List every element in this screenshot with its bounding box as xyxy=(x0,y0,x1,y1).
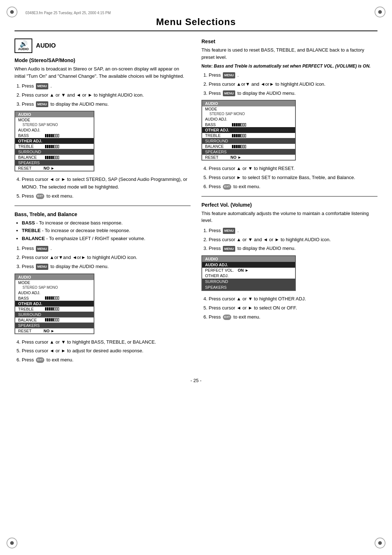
reset-menu-box: AUDIO MODE STEREO SAP MONO AUDIO ADJ. BA… xyxy=(201,100,296,161)
reset-other-adj-item[interactable]: OTHER ADJ. xyxy=(202,127,295,133)
mode-body: When Audio is broadcast in Stereo or SAP… xyxy=(15,65,191,80)
mode-sap-value: STEREO SAP MONO xyxy=(23,123,58,127)
bass-audio-adj-item[interactable]: AUDIO ADJ. xyxy=(15,290,94,296)
bass-step-6: Press EXT to exit menu. xyxy=(22,356,191,364)
bass-sap-row: STEREO SAP MONO xyxy=(15,285,94,290)
bass-treble-label: TREBLE xyxy=(18,307,44,311)
no-arrow-1: NO ► xyxy=(44,166,54,170)
exit-btn-1: EXT xyxy=(36,194,45,199)
bass-other-adj-item[interactable]: OTHER ADJ. xyxy=(15,301,94,307)
audio-adj-item[interactable]: AUDIO ADJ. xyxy=(15,127,94,133)
reset-row: RESET NO ► xyxy=(15,166,94,171)
pv-other-adj-item[interactable]: OTHER ADJ. xyxy=(202,273,295,279)
reset-balance-row: BALANCE xyxy=(202,144,295,149)
mode-steps: Press MENU . Press cursor ▲ or ▼ and ◄ o… xyxy=(22,82,191,108)
menu-btn-pv1: MENU xyxy=(223,228,236,234)
other-adj-item-1[interactable]: OTHER ADJ. xyxy=(15,138,94,144)
audio-main-label: AUDIO xyxy=(36,42,56,49)
reset-surround-item[interactable]: SURROUND xyxy=(202,138,295,144)
mode-heading: Mode (Stereo/SAP/Mono) xyxy=(15,57,191,63)
bass-reset-label: RESET xyxy=(18,329,44,333)
bass-bass-bar xyxy=(45,296,59,300)
balance-bar xyxy=(45,156,59,159)
mode-step-2: Press cursor ▲ or ▼ and ◄ or ► to highli… xyxy=(22,92,191,99)
bass-surround-item[interactable]: SURROUND xyxy=(15,312,94,317)
pv-speakers-item[interactable]: SPEAKERS xyxy=(202,284,295,290)
bass-sap-value: STEREO SAP MONO xyxy=(23,285,58,289)
treble-row: TREBLE xyxy=(15,144,94,149)
pv-surround-item[interactable]: SURROUND xyxy=(202,279,295,284)
reset-balance-bar xyxy=(232,145,246,148)
mode-step-5: Press EXT to exit menu. xyxy=(22,193,191,200)
corner-mark-tr xyxy=(375,7,385,17)
mode-row-label: MODE xyxy=(18,118,44,122)
reset-menu-body: MODE STEREO SAP MONO AUDIO ADJ. BASS xyxy=(202,106,295,160)
pv-perfect-label: PERFECT VOL. xyxy=(205,268,238,272)
pv-step-5: Press cursor ◄ or ► to select ON or OFF. xyxy=(209,304,377,312)
bass-bullets: BASS - To increase or decrease bass resp… xyxy=(22,219,191,242)
bass-no-arrow: NO ► xyxy=(44,329,54,333)
reset-menu-title: AUDIO xyxy=(202,101,295,106)
bass-bullet-3: BALANCE - To emphasize LEFT / RIGHT spea… xyxy=(22,235,191,242)
reset-mode-row: MODE xyxy=(202,106,295,112)
audio-header: 🔊 AUDIO AUDIO xyxy=(15,39,191,53)
bass-balance-label: BALANCE xyxy=(18,318,44,322)
reset-step-2: Press cursor ▲or▼ and ◄or► to highlight … xyxy=(209,81,377,88)
reset-speakers-item[interactable]: SPEAKERS xyxy=(202,149,295,155)
bass-treble-row: TREBLE xyxy=(15,307,94,312)
bass-step-4: Press cursor ▲ or ▼ to highlight BASS, T… xyxy=(22,339,191,346)
bass-bullet-2: TREBLE - To increase or decrease treble … xyxy=(22,227,191,234)
divider-1 xyxy=(15,206,191,206)
perfect-vol-body: This feature automatically adjusts the v… xyxy=(201,210,377,224)
bass-heading: Bass, Treble, and Balance xyxy=(15,211,191,217)
bass-step-5: Press cursor ◄ or ► to adjust for desire… xyxy=(22,347,191,355)
page-container: 0348E3.fm Page 25 Tuesday, April 25, 200… xyxy=(0,0,392,555)
perfect-vol-heading: Perfect Vol. (Volume) xyxy=(201,202,377,208)
reset-step-6: Press EXT to exit menu. xyxy=(209,183,377,191)
reset-step-1: Press MENU . xyxy=(209,72,377,79)
menu-btn-b1: MENU xyxy=(36,246,49,252)
perfect-vol-steps: Press MENU . Press cursor ▲ or ▼ and ◄ o… xyxy=(209,227,377,252)
pv-audio-adj-item[interactable]: AUDIO ADJ. xyxy=(202,262,295,268)
corner-mark-bl xyxy=(7,538,17,548)
pv-step-6: Press EXT to exit menu. xyxy=(209,313,377,321)
bass-menu-box: AUDIO MODE STEREO SAP MONO AUDIO ADJ. BA… xyxy=(15,274,94,334)
bass-treble-bar xyxy=(45,307,59,311)
bass-step-1: Press MENU . xyxy=(22,245,191,252)
reset-step-3: Press MENU to display the AUDIO menu. xyxy=(209,90,377,97)
mode-step-3: Press MENU to display the AUDIO menu. xyxy=(22,101,191,108)
reset-step-4: Press cursor ▲ or ▼ to highlight RESET. xyxy=(209,165,377,173)
menu-btn-r1: MENU xyxy=(223,72,236,78)
speakers-item-1[interactable]: SPEAKERS xyxy=(15,160,94,166)
bass-mode-row: MODE xyxy=(15,280,94,285)
two-col-layout: 🔊 AUDIO AUDIO Mode (Stereo/SAP/Mono) Whe… xyxy=(15,39,377,367)
bass-bass-label: BASS xyxy=(18,296,44,300)
reset-bass-row: BASS xyxy=(202,122,295,127)
bass-bar xyxy=(45,134,59,137)
mode-step-4: Press cursor ◄ or ► to select STEREO, SA… xyxy=(22,176,191,191)
mode-menu-body: MODE STEREO SAP MONO AUDIO ADJ. BASS xyxy=(15,117,94,171)
reset-reset-label: RESET xyxy=(205,155,230,159)
file-info: 0348E3.fm Page 25 Tuesday, April 25, 200… xyxy=(25,11,377,15)
reset-audio-adj-item[interactable]: AUDIO ADJ. xyxy=(202,116,295,122)
surround-item-1[interactable]: SURROUND xyxy=(15,149,94,155)
mode-menu-box: AUDIO MODE STEREO SAP MONO AUDIO ADJ. BA… xyxy=(15,111,94,171)
reset-treble-row: TREBLE xyxy=(202,133,295,138)
reset-treble-bar xyxy=(232,134,246,137)
reset-bass-label: BASS xyxy=(205,122,230,127)
divider-right-1 xyxy=(201,196,377,197)
menu-btn-1: MENU xyxy=(36,83,49,89)
bass-speakers-item[interactable]: SPEAKERS xyxy=(15,323,94,328)
mode-step-1: Press MENU . xyxy=(22,82,191,90)
reset-mode-label: MODE xyxy=(205,107,230,111)
reset-label: RESET xyxy=(18,166,44,170)
menu-btn-pv3: MENU xyxy=(223,246,236,252)
reset-reset-row: RESET NO ► xyxy=(202,155,295,160)
bass-menu-title: AUDIO xyxy=(15,274,94,280)
reset-heading: Reset xyxy=(201,39,377,44)
pv-menu-title: AUDIO xyxy=(202,256,295,262)
pv-step-3: Press MENU to display the AUDIO menu. xyxy=(209,245,377,252)
mode-steps-cont: Press cursor ◄ or ► to select STEREO, SA… xyxy=(22,176,191,200)
reset-steps-cont: Press cursor ▲ or ▼ to highlight RESET. … xyxy=(209,165,377,190)
exit-btn-bass: EXT xyxy=(36,357,45,363)
